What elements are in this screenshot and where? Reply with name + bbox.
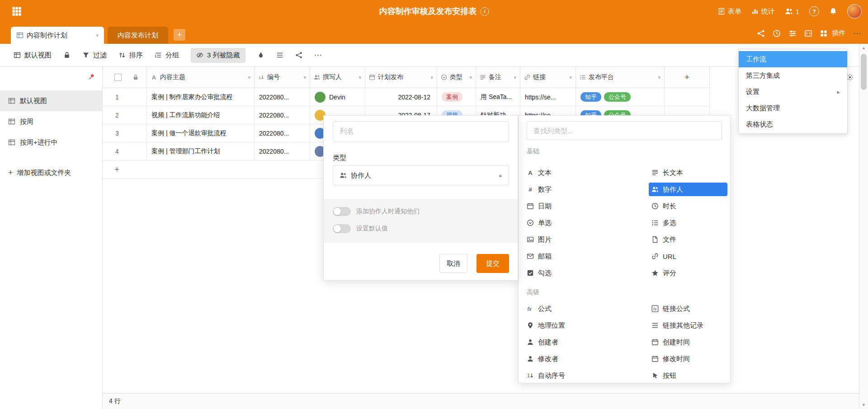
vertical-scrollbar[interactable]: ▲ ▼ [859,44,868,409]
type-option-rating[interactable]: 评分 [651,266,728,280]
topic-cell[interactable]: 案例 | 制作居家办公审批流程 [147,88,255,106]
menu-item-table-status[interactable]: 表格状态 [739,116,847,132]
type-option-longtext[interactable]: 长文本 [651,166,728,179]
date-cell[interactable]: 2022-08-12 [365,88,437,106]
tab-content-publish-plan[interactable]: 内容发布计划 [108,27,168,44]
stats-button[interactable]: 统计 [751,7,775,16]
type-option-creator[interactable]: 创建者 [527,335,604,349]
menu-item-big-data[interactable]: 大数据管理 [739,100,847,116]
type-option-number[interactable]: # 数字 [527,183,604,196]
code-cell[interactable]: 2022080... [255,88,310,106]
column-header-platform[interactable]: 发布平台 ▾ [576,67,665,88]
table-row[interactable]: 1 案例 | 制作居家办公审批流程 2022080... Devin 2022-… [103,88,710,106]
row-number-cell[interactable]: 2 [103,106,147,124]
share-view-icon[interactable] [295,52,302,59]
menu-item-settings[interactable]: 设置 ▸ [739,84,847,100]
column-header-note[interactable]: 备注 ▾ [476,67,520,88]
type-cell[interactable]: 案例 [437,88,476,106]
column-header-publish-date[interactable]: 计划发布 ▾ [365,67,437,88]
chevron-down-icon[interactable]: ▾ [430,75,433,80]
empty-cell[interactable] [665,88,710,106]
default-value-toggle[interactable] [333,224,351,233]
collaborators-button[interactable]: 1 [785,7,799,15]
type-option-file[interactable]: 文件 [651,233,728,246]
menu-item-third-party[interactable]: 第三方集成 [739,67,847,84]
share-icon[interactable] [757,29,765,38]
column-header-writer[interactable]: 撰写人 ▾ [310,67,365,88]
sort-button[interactable]: 排序 [118,51,143,60]
row-number-cell[interactable]: 4 [103,142,147,160]
type-option-created-time[interactable]: 创建时间 [651,335,728,349]
code-cell[interactable]: 2022080... [255,142,310,160]
type-option-image[interactable]: 图片 [527,233,604,246]
type-option-autonumber[interactable]: 自动序号 [527,369,604,382]
more-options-icon[interactable]: ⋯ [853,28,862,38]
column-header-topic[interactable]: A 内容主题 ▾ [147,67,255,88]
chevron-down-icon[interactable]: ▾ [569,75,572,80]
row-number-cell[interactable]: 1 [103,88,147,106]
scroll-down-arrow[interactable]: ▼ [859,401,868,409]
help-button[interactable]: ? [809,6,819,16]
current-view-button[interactable]: 默认视图 [14,51,52,60]
sliders-icon[interactable] [788,29,797,38]
tab-content-production-plan[interactable]: 内容制作计划 ▾ [11,27,104,44]
bell-icon[interactable] [829,7,837,15]
row-height-icon[interactable] [276,52,283,59]
type-option-date[interactable]: 日期 [527,199,604,213]
code-cell[interactable]: 2022080... [255,106,310,124]
sidebar-view-weekly-inprogress[interactable]: 按周+进行中 [0,132,102,153]
chevron-down-icon[interactable]: ▾ [658,75,660,80]
history-icon[interactable] [773,29,781,38]
header-select-all[interactable] [103,67,147,88]
note-cell[interactable]: 用 SeaTa... [476,88,520,106]
code-cell[interactable]: 2022080... [255,124,310,142]
topic-cell[interactable]: 视频 | 工作流新功能介绍 [147,106,255,124]
type-option-modified-time[interactable]: 修改时间 [651,352,728,366]
menu-item-workflow[interactable]: 工作流 [739,51,847,67]
group-button[interactable]: 分组 [155,51,179,60]
color-fill-icon[interactable] [257,52,264,59]
type-option-button[interactable]: 按钮 [651,369,728,382]
link-cell[interactable]: https://se... [520,88,576,106]
platform-cell[interactable]: 知乎 公众号 [576,88,665,106]
user-avatar[interactable] [847,4,862,19]
type-option-duration[interactable]: 时长 [651,199,728,213]
filter-button[interactable]: 过滤 [82,51,107,60]
chevron-down-icon[interactable]: ▾ [359,75,361,80]
submit-button[interactable]: 提交 [476,254,509,273]
type-option-collaborator-selected[interactable]: 协作人 [649,183,727,196]
column-header-code[interactable]: 编号 ▾ [255,67,310,88]
add-column-button[interactable]: + [665,67,710,88]
forms-button[interactable]: 表单 [718,7,741,16]
type-search-input[interactable] [527,121,722,140]
type-option-checkbox[interactable]: 勾选 [527,266,604,280]
sidebar-view-default[interactable]: 默认视图 [0,90,102,111]
chevron-down-icon[interactable]: ▾ [303,75,306,80]
hidden-columns-button[interactable]: 3 列被隐藏 [191,48,245,63]
cancel-button[interactable]: 取消 [439,254,467,273]
type-option-text[interactable]: A 文本 [527,166,604,179]
pin-icon[interactable] [88,73,95,80]
scroll-up-arrow[interactable]: ▲ [859,44,868,52]
topic-cell[interactable]: 案例 | 做一个退款审批流程 [147,124,255,142]
type-option-url[interactable]: URL [651,249,728,263]
select-all-checkbox[interactable] [114,74,122,81]
type-option-multi-select[interactable]: 多选 [651,216,728,230]
notify-toggle[interactable] [333,207,351,216]
scrollbar-thumb[interactable] [861,54,867,90]
chevron-down-icon[interactable]: ▾ [469,75,472,80]
toolbar-more-icon[interactable]: ⋯ [314,50,323,60]
sidebar-view-weekly[interactable]: 按周 [0,111,102,132]
type-option-link-formula[interactable]: 链接公式 [651,302,728,315]
type-option-formula[interactable]: 公式 [527,302,604,315]
info-icon[interactable]: i [481,7,489,16]
type-option-email[interactable]: 邮箱 [527,249,604,263]
chevron-down-icon[interactable]: ▾ [514,75,516,80]
sql-query-icon[interactable] [804,29,812,38]
type-option-link-records[interactable]: 链接其他记录 [651,319,728,332]
column-header-type[interactable]: 类型 ▾ [437,67,476,88]
column-type-select[interactable]: 协作人 ▸ [333,165,509,185]
add-table-button[interactable]: + [174,29,185,41]
chevron-down-icon[interactable]: ▾ [248,75,250,80]
add-view-button[interactable]: + 增加视图或文件夹 [0,164,102,182]
